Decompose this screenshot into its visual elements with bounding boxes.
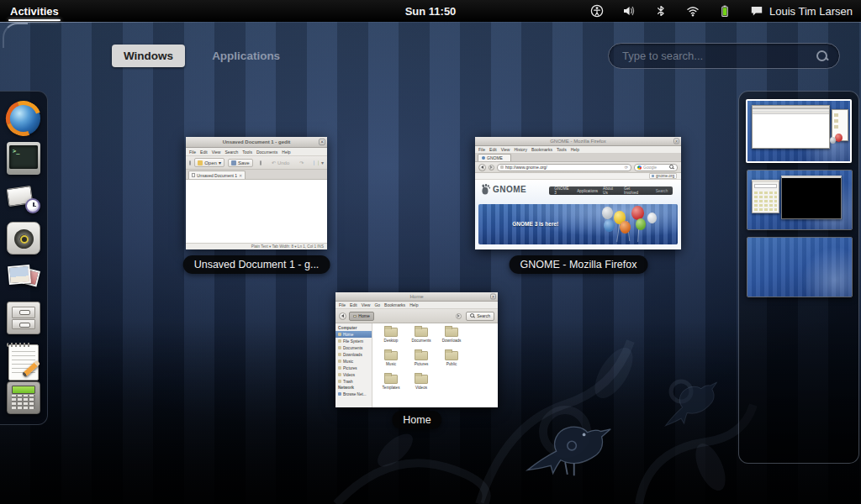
dash — [0, 91, 48, 425]
dash-item-image-viewer[interactable] — [7, 261, 40, 295]
site-nav-item: Get Involved — [624, 186, 646, 195]
overview-tab[interactable]: Windows — [112, 45, 185, 67]
save-icon — [231, 160, 236, 165]
top-bar: Activities Sun 11:50 — [0, 0, 861, 22]
folder-icon — [445, 328, 458, 337]
window-label-nautilus: Home — [392, 411, 441, 429]
dash-item-rhythmbox[interactable] — [7, 222, 40, 255]
folder-icon — [445, 351, 458, 360]
menu-item: File — [189, 150, 196, 155]
workspace-panel — [738, 91, 859, 464]
calculator-icon — [7, 381, 40, 415]
gedit-icon — [7, 341, 40, 375]
site-navbar: GNOME 3 Applications About Us Get Involv… — [549, 186, 673, 195]
bookmark-item: gnome.org — [649, 173, 677, 179]
gedit-menubar: FileEditViewSearchToolsDocumentsHelp — [186, 148, 327, 156]
wifi-icon[interactable] — [685, 4, 700, 18]
gedit-statusbar: Plain Text ▾ Tab Width: 8 ▾ Ln 1, Col 1 … — [186, 243, 327, 249]
folder-icon — [415, 328, 428, 337]
workspace-thumbnail-1[interactable] — [746, 99, 852, 163]
redo-icon: ↷ — [296, 158, 307, 167]
open-button: Open▾ — [194, 158, 224, 167]
search-icon[interactable] — [816, 50, 829, 63]
sidebar-item-network: Browse Net... — [335, 391, 372, 397]
menu-item: Tools — [242, 150, 252, 155]
firefox-navbar: http://www.gnome.org/ ⟳ Google — [475, 162, 681, 173]
dash-item-firefox[interactable] — [7, 102, 40, 135]
accessibility-icon[interactable] — [589, 4, 604, 18]
nautilus-title: Home — [409, 294, 423, 299]
terminal-icon — [7, 142, 40, 176]
menu-item: File — [478, 147, 485, 152]
sidebar-list: HomeFile SystemDocumentsDownloadsMusicPi… — [335, 331, 372, 385]
bluetooth-icon[interactable] — [653, 4, 668, 18]
status-area: Louis Tim Larsen — [589, 0, 853, 22]
search-input[interactable] — [609, 50, 816, 62]
nautilus-file-area: Desktop Documents Downloads Music — [372, 323, 498, 407]
location-folder-icon — [353, 315, 357, 318]
user-menu[interactable]: Louis Tim Larsen — [749, 4, 853, 18]
gnome-logo: GNOME — [481, 184, 526, 195]
clock[interactable]: Sun 11:50 — [405, 0, 457, 22]
back-icon — [478, 164, 486, 171]
site-nav-item: Applications — [577, 189, 598, 193]
dash-item-gedit[interactable] — [7, 341, 40, 375]
nautilus-titlebar: Home ✕ — [335, 292, 498, 302]
gedit-close-icon: ✕ — [319, 139, 325, 145]
chat-bubble-icon — [749, 4, 763, 18]
menu-item: History — [514, 147, 527, 152]
menu-item: Help — [409, 302, 418, 307]
window-preview-firefox[interactable]: GNOME - Mozilla Firefox ✕ FileEditViewHi… — [475, 137, 681, 249]
menu-item: Tools — [557, 147, 567, 152]
folder-icon — [384, 375, 398, 384]
volume-icon[interactable] — [621, 4, 636, 18]
bird-silhouette-2 — [649, 355, 742, 435]
overview-tab[interactable]: Applications — [200, 45, 292, 67]
overview-tabs: WindowsApplications — [112, 45, 292, 67]
folder-item: Desktop — [376, 326, 406, 349]
workspace-thumbnail-3[interactable] — [747, 237, 853, 297]
window-preview-nautilus[interactable]: Home ✕ FileEditViewGoBookmarksHelp Home … — [335, 292, 498, 407]
forward-icon — [489, 165, 494, 171]
dash-item-file-cabinet[interactable] — [7, 302, 40, 335]
dash-item-terminal[interactable] — [7, 142, 40, 176]
activities-button[interactable]: Activities — [10, 0, 59, 22]
folder-icon — [415, 375, 428, 384]
window-preview-gedit[interactable]: Unsaved Document 1 - gedit ✕ FileEditVie… — [186, 137, 327, 249]
menu-item: Edit — [200, 150, 208, 155]
mini-terminal-window — [781, 176, 842, 219]
site-nav-item: GNOME 3 — [554, 186, 572, 195]
firefox-menubar: FileEditViewHistoryBookmarksToolsHelp — [475, 146, 681, 154]
mini-calculator-window — [752, 180, 779, 214]
undo-button: ↶ Undo — [268, 158, 293, 167]
site-search: Search — [656, 189, 668, 193]
site-favicon — [500, 165, 504, 169]
balloon — [602, 207, 613, 219]
firefox-close-icon: ✕ — [673, 139, 679, 144]
firefox-tabbar: GNOME — [475, 154, 681, 162]
sidebar-item: Trash — [335, 378, 372, 385]
evolution-mail-icon — [7, 181, 40, 215]
workspace-thumbnail-2[interactable] — [747, 170, 853, 230]
dash-item-calculator[interactable] — [7, 381, 40, 415]
folder-item: Videos — [406, 373, 436, 396]
nautilus-menubar: FileEditViewGoBookmarksHelp — [335, 302, 498, 309]
battery-icon[interactable] — [717, 4, 732, 18]
gnome3-banner: GNOME 3 is here! — [478, 204, 678, 244]
folder-icon — [415, 351, 428, 360]
sidebar-item: Home — [335, 331, 372, 338]
folder-item: Templates — [376, 373, 406, 396]
overview: WindowsApplications Unsaved Document 1 -… — [0, 22, 861, 504]
file-cabinet-icon — [7, 302, 40, 335]
folder-item: Pictures — [406, 349, 436, 373]
menu-item: Go — [374, 302, 380, 307]
menu-item: View — [501, 147, 510, 152]
sidebar-network-header: Network — [335, 385, 372, 391]
bookmark-icon — [652, 175, 654, 177]
dash-item-evolution[interactable] — [7, 181, 40, 215]
firefox-title: GNOME - Mozilla Firefox — [550, 139, 606, 144]
menu-item: Bookmarks — [384, 302, 405, 307]
firefox-tab: GNOME — [478, 154, 511, 161]
gedit-tabbar: Unsaved Document 1 ✕ — [186, 170, 327, 180]
balloon — [620, 221, 631, 234]
